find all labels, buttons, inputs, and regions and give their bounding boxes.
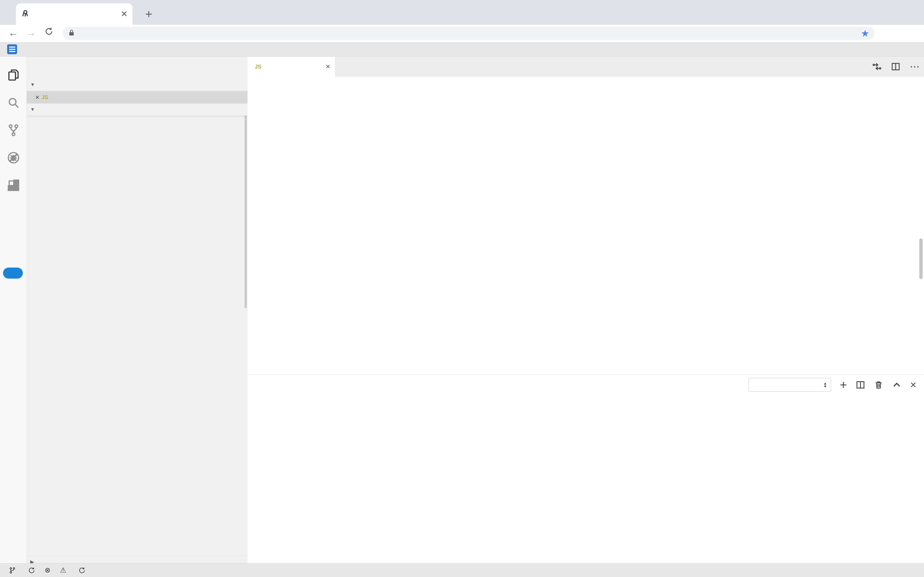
reload-icon[interactable] <box>44 26 54 39</box>
source-control-icon[interactable] <box>6 123 20 137</box>
back-icon[interactable]: ← <box>8 27 18 39</box>
activity-bar: ⚙ <box>0 57 27 563</box>
editor-tabbar: JS × ⋯ <box>247 57 924 77</box>
site-favicon <box>21 10 29 19</box>
open-changes-icon[interactable] <box>872 62 882 71</box>
code-editor[interactable] <box>247 77 924 374</box>
open-editors-header[interactable]: ▼ <box>27 79 247 91</box>
kill-terminal-icon[interactable] <box>874 380 883 390</box>
minimap[interactable] <box>836 79 905 299</box>
new-tab-button[interactable]: + <box>145 7 153 21</box>
split-editor-icon[interactable] <box>891 62 900 71</box>
bottom-panel: ▲▼ + × <box>247 374 924 563</box>
vscode-titlebar <box>0 42 924 57</box>
branch-icon <box>9 567 16 574</box>
editor-tab-close-icon[interactable]: × <box>326 62 330 71</box>
forward-icon[interactable]: → <box>26 27 36 39</box>
collaboration-off-badge[interactable] <box>3 268 23 279</box>
select-arrows-icon: ▲▼ <box>823 382 827 388</box>
sidebar-scrollbar[interactable] <box>244 116 247 308</box>
loading-icon <box>79 567 85 574</box>
open-editor-item[interactable]: × JS <box>27 91 247 103</box>
terminal[interactable] <box>247 402 924 564</box>
new-terminal-icon[interactable]: + <box>840 381 847 389</box>
problems-item[interactable]: ⊗ ⚠ <box>45 566 69 575</box>
js-file-icon: JS <box>39 94 50 100</box>
tab-close-icon[interactable]: ✕ <box>121 10 128 18</box>
twistie-icon: ▼ <box>30 82 35 87</box>
close-icon[interactable]: × <box>35 93 39 102</box>
lock-icon <box>68 29 75 38</box>
browser-tabstrip: ✕ + <box>0 0 924 25</box>
sync-icon <box>28 567 35 574</box>
status-bar: ⊗ ⚠ <box>0 563 924 577</box>
js-file-icon: JS <box>252 64 264 70</box>
maximize-panel-icon[interactable] <box>892 380 902 390</box>
language-status-item[interactable] <box>79 567 88 574</box>
close-panel-icon[interactable]: × <box>910 381 916 389</box>
terminal-select[interactable]: ▲▼ <box>749 378 831 392</box>
error-icon: ⊗ <box>45 566 51 575</box>
browser-toolbar: ← → ★ ⋮ <box>0 25 924 42</box>
sync-item[interactable] <box>28 567 35 574</box>
file-tree <box>27 116 247 563</box>
browser-tab[interactable]: ✕ <box>16 3 133 25</box>
search-icon[interactable] <box>6 96 20 110</box>
more-actions-icon[interactable]: ⋯ <box>910 61 919 73</box>
debug-disabled-icon[interactable] <box>6 151 20 164</box>
explorer-sidebar: ▼ × JS ▼ ▶ <box>27 57 247 563</box>
editor-tab[interactable]: JS × <box>247 57 335 77</box>
extensions-icon[interactable] <box>6 178 20 192</box>
app-logo-icon <box>7 44 17 54</box>
explorer-icon[interactable] <box>6 68 20 82</box>
editor-scrollbar[interactable] <box>919 239 922 279</box>
split-terminal-icon[interactable] <box>856 380 865 390</box>
workspace-header[interactable]: ▼ <box>27 103 247 116</box>
warning-icon: ⚠ <box>60 566 66 575</box>
outline-header[interactable]: ▶ <box>27 556 247 563</box>
url-bar[interactable]: ★ <box>63 27 875 40</box>
twistie-icon: ▼ <box>30 107 35 112</box>
bookmark-star-icon[interactable]: ★ <box>861 28 869 39</box>
git-branch-item[interactable] <box>9 567 19 574</box>
twistie-icon: ▶ <box>30 559 34 564</box>
browser-window: ✕ + ← → ★ ⋮ <box>0 0 924 577</box>
